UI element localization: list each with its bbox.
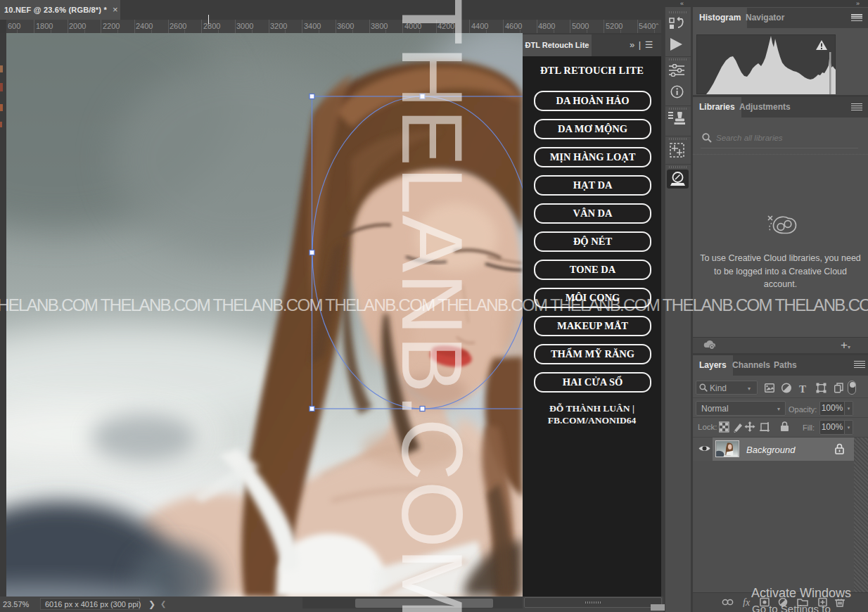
svg-text:fx: fx — [743, 597, 751, 607]
svg-text:T: T — [799, 383, 806, 395]
